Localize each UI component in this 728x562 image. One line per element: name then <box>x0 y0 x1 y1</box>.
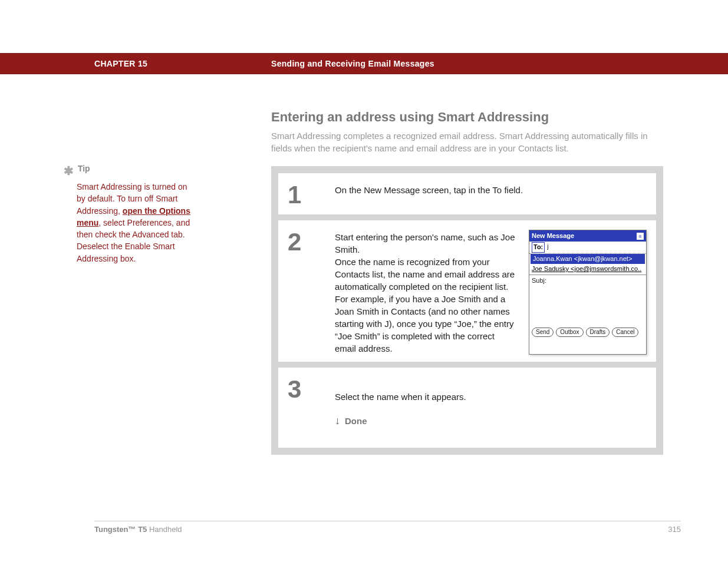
down-arrow-icon: ↓ <box>335 414 340 428</box>
palm-cancel-button[interactable]: Cancel <box>612 328 638 337</box>
product-rest: Handheld <box>147 525 182 534</box>
step-number: 2 <box>288 227 335 355</box>
tip-body: Smart Addressing is turned on by default… <box>77 181 195 265</box>
step-text: Select the name when it appears. ↓ Done <box>335 375 647 441</box>
palm-title-bar: New Message ≡ <box>529 230 646 242</box>
palm-body-area[interactable] <box>529 286 646 325</box>
tip-sidebar: ✱ Tip Smart Addressing is turned on by d… <box>24 110 195 455</box>
palm-list-item[interactable]: Joe Sadusky <joe@jmswordsmith.co.. <box>529 264 646 274</box>
step-text: On the New Message screen, tap in the To… <box>335 180 647 207</box>
palm-to-label[interactable]: To: <box>532 242 545 252</box>
step-3-text: Select the name when it appears. <box>335 392 466 402</box>
palm-menu-icon[interactable]: ≡ <box>637 233 644 240</box>
palm-to-row: To: j <box>529 242 646 253</box>
page-footer: Tungsten™ T5 Handheld 315 <box>94 521 681 534</box>
step-text: Start entering the person's name, such a… <box>335 227 517 355</box>
page-number: 315 <box>668 525 681 534</box>
palm-screenshot: New Message ≡ To: j Joanna.Kwan <jkwan@j… <box>529 230 647 355</box>
tip-star-icon: ✱ <box>64 163 75 180</box>
palm-outbox-button[interactable]: Outbox <box>556 328 583 337</box>
palm-button-row: Send Outbox Drafts Cancel <box>529 325 646 339</box>
palm-subj-row[interactable]: Subj: <box>529 275 646 286</box>
step-number: 1 <box>288 180 335 207</box>
tip-label: Tip <box>78 164 90 173</box>
section-title: Entering an address using Smart Addressi… <box>271 110 663 125</box>
section-lead: Smart Addressing completes a recognized … <box>271 130 663 154</box>
step-number: 3 <box>288 375 335 441</box>
product-name: Tungsten™ T5 Handheld <box>94 525 182 534</box>
product-bold: Tungsten™ T5 <box>94 525 147 534</box>
palm-drafts-button[interactable]: Drafts <box>586 328 610 337</box>
chapter-title: Sending and Receiving Email Messages <box>271 59 434 68</box>
done-indicator: ↓ Done <box>335 414 647 428</box>
steps-container: 1 On the New Message screen, tap in the … <box>271 166 663 455</box>
palm-send-button[interactable]: Send <box>532 328 554 337</box>
palm-dropdown-selected[interactable]: Joanna.Kwan <jkwan@jkwan.net> <box>531 254 645 264</box>
palm-to-input[interactable]: j <box>547 242 548 252</box>
palm-title-text: New Message <box>532 232 574 240</box>
step-3: 3 Select the name when it appears. ↓ Don… <box>278 368 656 448</box>
chapter-label: CHAPTER 15 <box>94 59 271 68</box>
step-2: 2 Start entering the person's name, such… <box>278 220 656 362</box>
header-bar: CHAPTER 15 Sending and Receiving Email M… <box>0 53 728 74</box>
step-1: 1 On the New Message screen, tap in the … <box>278 173 656 214</box>
done-label: Done <box>345 415 367 427</box>
